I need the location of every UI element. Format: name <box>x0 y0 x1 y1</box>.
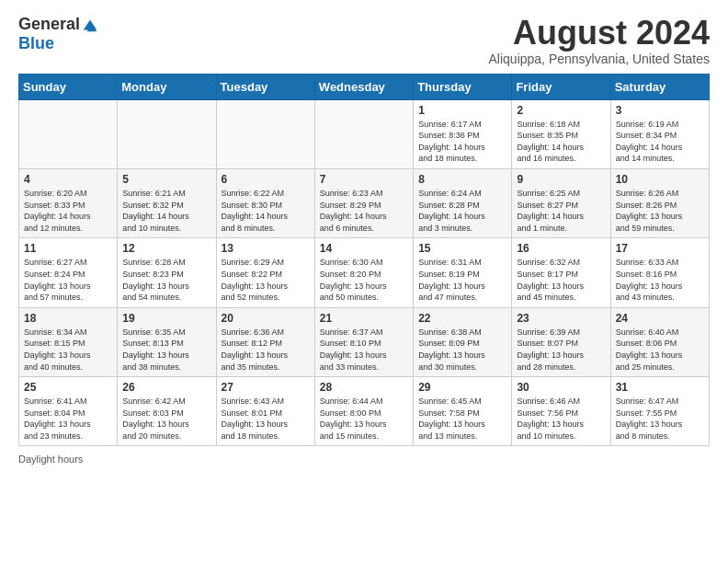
calendar-cell <box>216 99 314 168</box>
calendar-week-row: 18Sunrise: 6:34 AM Sunset: 8:15 PM Dayli… <box>19 307 710 376</box>
calendar-cell: 27Sunrise: 6:43 AM Sunset: 8:01 PM Dayli… <box>216 377 314 446</box>
calendar-header-row: SundayMondayTuesdayWednesdayThursdayFrid… <box>19 74 710 99</box>
calendar-cell: 7Sunrise: 6:23 AM Sunset: 8:29 PM Daylig… <box>314 168 413 237</box>
calendar-cell: 23Sunrise: 6:39 AM Sunset: 8:07 PM Dayli… <box>512 307 610 376</box>
day-info: Sunrise: 6:19 AM Sunset: 8:34 PM Dayligh… <box>616 119 704 165</box>
calendar-cell: 25Sunrise: 6:41 AM Sunset: 8:04 PM Dayli… <box>19 377 118 446</box>
day-info: Sunrise: 6:18 AM Sunset: 8:35 PM Dayligh… <box>517 119 605 165</box>
day-number: 23 <box>517 312 605 325</box>
day-info: Sunrise: 6:27 AM Sunset: 8:24 PM Dayligh… <box>24 257 112 303</box>
calendar-cell: 28Sunrise: 6:44 AM Sunset: 8:00 PM Dayli… <box>314 377 413 446</box>
day-number: 28 <box>320 381 408 394</box>
day-number: 4 <box>24 173 112 186</box>
day-number: 18 <box>24 312 112 325</box>
calendar-cell: 16Sunrise: 6:32 AM Sunset: 8:17 PM Dayli… <box>512 238 610 307</box>
day-number: 27 <box>222 381 310 394</box>
day-number: 16 <box>517 242 605 255</box>
day-info: Sunrise: 6:31 AM Sunset: 8:19 PM Dayligh… <box>418 257 506 303</box>
title-section: August 2024 Aliquippa, Pennsylvania, Uni… <box>489 15 710 66</box>
day-info: Sunrise: 6:43 AM Sunset: 8:01 PM Dayligh… <box>222 396 310 442</box>
day-info: Sunrise: 6:44 AM Sunset: 8:00 PM Dayligh… <box>320 396 408 442</box>
main-title: August 2024 <box>489 15 710 52</box>
calendar-day-header: Tuesday <box>216 74 314 99</box>
calendar-day-header: Saturday <box>610 74 709 99</box>
day-info: Sunrise: 6:25 AM Sunset: 8:27 PM Dayligh… <box>517 188 605 234</box>
calendar-cell: 18Sunrise: 6:34 AM Sunset: 8:15 PM Dayli… <box>19 307 118 376</box>
day-number: 7 <box>320 173 408 186</box>
calendar-day-header: Wednesday <box>314 74 413 99</box>
day-number: 8 <box>418 173 506 186</box>
day-info: Sunrise: 6:29 AM Sunset: 8:22 PM Dayligh… <box>222 257 310 303</box>
day-info: Sunrise: 6:21 AM Sunset: 8:32 PM Dayligh… <box>122 188 210 234</box>
day-info: Sunrise: 6:23 AM Sunset: 8:29 PM Dayligh… <box>320 188 408 234</box>
logo-icon <box>82 17 98 33</box>
day-number: 3 <box>616 104 704 117</box>
calendar-cell: 13Sunrise: 6:29 AM Sunset: 8:22 PM Dayli… <box>216 238 314 307</box>
day-number: 21 <box>320 312 408 325</box>
day-number: 15 <box>418 242 506 255</box>
day-number: 1 <box>418 104 506 117</box>
day-number: 19 <box>122 312 210 325</box>
calendar-cell <box>118 99 216 168</box>
day-info: Sunrise: 6:41 AM Sunset: 8:04 PM Dayligh… <box>24 396 112 442</box>
calendar-cell: 2Sunrise: 6:18 AM Sunset: 8:35 PM Daylig… <box>512 99 610 168</box>
day-number: 10 <box>616 173 704 186</box>
day-info: Sunrise: 6:35 AM Sunset: 8:13 PM Dayligh… <box>122 327 210 373</box>
day-number: 12 <box>122 242 210 255</box>
calendar-cell: 29Sunrise: 6:45 AM Sunset: 7:58 PM Dayli… <box>414 377 512 446</box>
day-number: 24 <box>616 312 704 325</box>
calendar-day-header: Friday <box>512 74 610 99</box>
calendar-cell: 21Sunrise: 6:37 AM Sunset: 8:10 PM Dayli… <box>314 307 413 376</box>
calendar-cell: 20Sunrise: 6:36 AM Sunset: 8:12 PM Dayli… <box>216 307 314 376</box>
calendar-cell: 14Sunrise: 6:30 AM Sunset: 8:20 PM Dayli… <box>314 238 413 307</box>
day-number: 14 <box>320 242 408 255</box>
calendar-cell <box>19 99 118 168</box>
calendar-table: SundayMondayTuesdayWednesdayThursdayFrid… <box>18 74 710 447</box>
subtitle: Aliquippa, Pennsylvania, United States <box>489 52 710 66</box>
day-number: 5 <box>122 173 210 186</box>
day-info: Sunrise: 6:32 AM Sunset: 8:17 PM Dayligh… <box>517 257 605 303</box>
footer: Daylight hours <box>18 454 710 465</box>
day-info: Sunrise: 6:45 AM Sunset: 7:58 PM Dayligh… <box>418 396 506 442</box>
calendar-cell: 6Sunrise: 6:22 AM Sunset: 8:30 PM Daylig… <box>216 168 314 237</box>
day-number: 26 <box>122 381 210 394</box>
calendar-cell: 11Sunrise: 6:27 AM Sunset: 8:24 PM Dayli… <box>19 238 118 307</box>
calendar-day-header: Sunday <box>19 74 118 99</box>
calendar-day-header: Thursday <box>414 74 512 99</box>
day-info: Sunrise: 6:36 AM Sunset: 8:12 PM Dayligh… <box>222 327 310 373</box>
day-number: 2 <box>517 104 605 117</box>
day-info: Sunrise: 6:39 AM Sunset: 8:07 PM Dayligh… <box>517 327 605 373</box>
day-number: 6 <box>222 173 310 186</box>
day-info: Sunrise: 6:30 AM Sunset: 8:20 PM Dayligh… <box>320 257 408 303</box>
calendar-cell: 9Sunrise: 6:25 AM Sunset: 8:27 PM Daylig… <box>512 168 610 237</box>
calendar-cell: 22Sunrise: 6:38 AM Sunset: 8:09 PM Dayli… <box>414 307 512 376</box>
calendar-cell: 12Sunrise: 6:28 AM Sunset: 8:23 PM Dayli… <box>118 238 216 307</box>
day-info: Sunrise: 6:24 AM Sunset: 8:28 PM Dayligh… <box>418 188 506 234</box>
day-info: Sunrise: 6:47 AM Sunset: 7:55 PM Dayligh… <box>616 396 704 442</box>
day-number: 13 <box>222 242 310 255</box>
calendar-cell <box>314 99 413 168</box>
day-info: Sunrise: 6:20 AM Sunset: 8:33 PM Dayligh… <box>24 188 112 234</box>
calendar-cell: 26Sunrise: 6:42 AM Sunset: 8:03 PM Dayli… <box>118 377 216 446</box>
day-info: Sunrise: 6:17 AM Sunset: 8:36 PM Dayligh… <box>418 119 506 165</box>
day-info: Sunrise: 6:34 AM Sunset: 8:15 PM Dayligh… <box>24 327 112 373</box>
day-number: 25 <box>24 381 112 394</box>
day-info: Sunrise: 6:38 AM Sunset: 8:09 PM Dayligh… <box>418 327 506 373</box>
calendar-cell: 30Sunrise: 6:46 AM Sunset: 7:56 PM Dayli… <box>512 377 610 446</box>
day-info: Sunrise: 6:42 AM Sunset: 8:03 PM Dayligh… <box>122 396 210 442</box>
day-number: 31 <box>616 381 704 394</box>
calendar-day-header: Monday <box>118 74 216 99</box>
day-number: 22 <box>418 312 506 325</box>
calendar-cell: 17Sunrise: 6:33 AM Sunset: 8:16 PM Dayli… <box>610 238 709 307</box>
calendar-cell: 31Sunrise: 6:47 AM Sunset: 7:55 PM Dayli… <box>610 377 709 446</box>
day-info: Sunrise: 6:40 AM Sunset: 8:06 PM Dayligh… <box>616 327 704 373</box>
day-info: Sunrise: 6:22 AM Sunset: 8:30 PM Dayligh… <box>222 188 310 234</box>
page-header: General Blue August 2024 Aliquippa, Penn… <box>18 15 710 66</box>
calendar-cell: 8Sunrise: 6:24 AM Sunset: 8:28 PM Daylig… <box>414 168 512 237</box>
logo: General Blue <box>18 15 98 53</box>
day-info: Sunrise: 6:33 AM Sunset: 8:16 PM Dayligh… <box>616 257 704 303</box>
logo-blue-text: Blue <box>18 34 54 53</box>
day-number: 20 <box>222 312 310 325</box>
footer-label: Daylight hours <box>18 454 83 465</box>
calendar-week-row: 25Sunrise: 6:41 AM Sunset: 8:04 PM Dayli… <box>19 377 710 446</box>
